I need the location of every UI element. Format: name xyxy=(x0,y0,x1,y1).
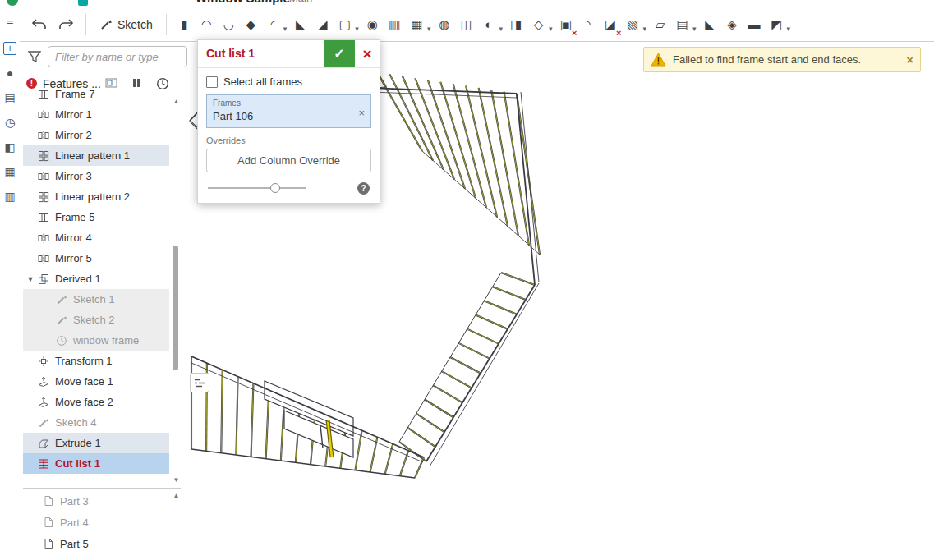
opacity-slider-track[interactable] xyxy=(208,187,306,189)
parts-panel-icon[interactable]: ▤ xyxy=(4,92,15,104)
feature-item-frame-5[interactable]: Frame 5 xyxy=(23,207,169,227)
configurations-panel-icon[interactable]: ◧ xyxy=(4,141,15,154)
add-column-override-button[interactable]: Add Column Override xyxy=(206,149,371,172)
tree-list-icon xyxy=(194,378,206,388)
viewport-features-toggle-button[interactable] xyxy=(190,373,209,392)
move-face-icon[interactable]: ▧ xyxy=(621,12,643,37)
feature-item-label: Move face 1 xyxy=(55,375,113,388)
toolbar-separator xyxy=(85,14,86,35)
toast-close-icon[interactable]: × xyxy=(906,53,913,66)
feature-item-mirror-3[interactable]: Mirror 3 xyxy=(23,166,169,186)
part-item-part-5[interactable]: Part 5 xyxy=(23,533,169,554)
fillet-icon[interactable]: ◜ xyxy=(262,12,284,37)
frames-remove-icon[interactable]: × xyxy=(358,107,365,119)
tables-panel-icon[interactable]: ▦ xyxy=(4,166,15,178)
sketch-button[interactable]: Sketch xyxy=(93,15,159,34)
expand-chevron-icon[interactable]: ▼ xyxy=(23,275,38,283)
dialog-footer: ? xyxy=(206,181,371,195)
feature-item-extrude-1[interactable]: Extrude 1 xyxy=(23,433,169,453)
feature-item-derived-1[interactable]: ▼Derived 1 xyxy=(23,269,169,289)
feature-item-move-face-2[interactable]: Move face 2 xyxy=(23,392,169,412)
dialog-cancel-button[interactable]: × xyxy=(355,40,380,67)
gusset-icon[interactable]: ◣ xyxy=(699,12,721,37)
frames-field-value: Part 106 xyxy=(213,110,365,122)
feature-item-label: Sketch 1 xyxy=(73,293,115,305)
split-icon[interactable]: ◨ xyxy=(505,12,527,37)
delete-part-icon[interactable]: ▣× xyxy=(554,12,577,37)
titlebar-icon xyxy=(78,0,88,6)
sweep-icon[interactable]: ◡ xyxy=(218,12,240,37)
chamfer-icon[interactable]: ◣ xyxy=(289,12,311,37)
part-item-part-4[interactable]: Part 4 xyxy=(23,512,169,533)
feature-item-sketch-4[interactable]: Sketch 4 xyxy=(23,412,169,433)
feature-item-frame-7[interactable]: Frame 7 xyxy=(23,89,169,104)
offset-surface-icon[interactable]: ▱ xyxy=(649,12,671,37)
select-all-frames-checkbox[interactable] xyxy=(206,76,218,88)
feature-item-cut-list-1[interactable]: Cut list 1 xyxy=(23,453,169,474)
rib-icon[interactable]: ▥ xyxy=(384,12,406,37)
features-scroll-up-icon[interactable]: ▲ xyxy=(172,98,181,105)
feature-item-mirror-4[interactable]: Mirror 4 xyxy=(23,227,169,248)
part-item-part-3[interactable]: Part 3 xyxy=(23,490,169,512)
toolbar-icons: ▮◠◡◆◜▾◣◢▢▾◉▥▦▾◍◫◐▾◨◇▾▣×◝◪×▧▾▱▤▾◣◈▬◩▾ xyxy=(173,12,793,37)
feature-item-window-frame[interactable]: window frame xyxy=(23,330,169,351)
transform-icon[interactable]: ◇ xyxy=(527,12,550,37)
filter-input[interactable] xyxy=(48,46,187,67)
trim-icon[interactable]: ◩ xyxy=(766,12,788,37)
mirror-icon xyxy=(38,253,51,264)
feature-item-label: Frame 5 xyxy=(55,211,94,223)
dialog-confirm-button[interactable]: ✓ xyxy=(324,40,355,67)
hole-icon[interactable]: ◉ xyxy=(361,12,384,37)
help-icon[interactable]: ? xyxy=(357,182,370,195)
dialog-title: Cut list 1 xyxy=(198,40,324,67)
feature-item-mirror-1[interactable]: Mirror 1 xyxy=(23,104,169,125)
loft-icon[interactable]: ◆ xyxy=(240,12,262,37)
undo-button[interactable] xyxy=(26,16,53,32)
feature-item-linear-pattern-1[interactable]: Linear pattern 1 xyxy=(23,145,169,166)
feature-item-mirror-2[interactable]: Mirror 2 xyxy=(23,125,169,145)
features-scroll-down-icon[interactable]: ▼ xyxy=(172,476,181,484)
onshape-part-studio: Window Sample Main Sketch ▮◠◡◆◜▾◣◢▢▾◉▥▦▾… xyxy=(0,0,934,560)
parts-scroll-up-icon[interactable]: ▲ xyxy=(172,492,181,499)
toolbar-separator xyxy=(166,14,167,35)
sketch-icon xyxy=(56,294,69,305)
cut-list-panel-icon[interactable]: ▥ xyxy=(4,190,15,203)
shell-icon[interactable]: ▢ xyxy=(334,12,356,37)
circular-pattern-icon[interactable]: ◍ xyxy=(433,12,455,37)
features-scrollbar-thumb[interactable] xyxy=(173,246,178,370)
move-face-icon xyxy=(38,376,51,388)
end-cap-icon[interactable]: ▬ xyxy=(743,12,766,37)
redo-button[interactable] xyxy=(53,16,79,32)
mirror-icon[interactable]: ◫ xyxy=(455,12,477,37)
delete-face-icon[interactable]: ◪× xyxy=(599,12,621,37)
frame-icon[interactable]: ▤ xyxy=(671,12,693,37)
feature-item-linear-pattern-2[interactable]: Linear pattern 2 xyxy=(23,186,169,207)
cut-list-dialog: Cut list 1 ✓ × Select all frames Frames … xyxy=(197,39,380,204)
linear-pattern-icon[interactable]: ▦ xyxy=(406,12,428,37)
tag-profiles-icon[interactable]: ◈ xyxy=(721,12,743,37)
draft-icon[interactable]: ◢ xyxy=(311,12,334,37)
feature-item-label: Extrude 1 xyxy=(55,437,101,449)
feature-item-sketch-1[interactable]: Sketch 1 xyxy=(23,289,169,310)
frames-selection-field[interactable]: Frames Part 106 × xyxy=(206,94,371,128)
feature-item-move-face-1[interactable]: Move face 1 xyxy=(23,371,169,392)
feature-item-transform-1[interactable]: Transform 1 xyxy=(23,351,169,371)
features-panel-icon[interactable]: ≡ xyxy=(7,17,13,30)
extrude-icon[interactable]: ▮ xyxy=(173,12,196,37)
linear-pattern-icon xyxy=(38,150,51,162)
pause-icon[interactable] xyxy=(131,77,141,89)
modify-fillet-icon[interactable]: ◝ xyxy=(577,12,599,37)
versions-panel-icon[interactable]: ◷ xyxy=(5,117,15,129)
insert-panel-icon[interactable]: + xyxy=(3,42,16,55)
comments-panel-icon[interactable]: ● xyxy=(7,67,13,80)
parts-list: Part 3Part 4Part 5 xyxy=(23,490,169,554)
opacity-slider-knob[interactable] xyxy=(270,183,280,193)
boolean-icon[interactable]: ◐ xyxy=(477,12,499,37)
feature-item-mirror-5[interactable]: Mirror 5 xyxy=(23,248,169,269)
dialog-body: Select all frames Frames Part 106 × Over… xyxy=(198,68,380,203)
revolve-icon[interactable]: ◠ xyxy=(196,12,218,37)
isolate-icon[interactable] xyxy=(105,77,117,89)
overrides-label: Overrides xyxy=(206,135,371,145)
feature-item-sketch-2[interactable]: Sketch 2 xyxy=(23,310,169,330)
mirror-icon xyxy=(38,171,51,182)
